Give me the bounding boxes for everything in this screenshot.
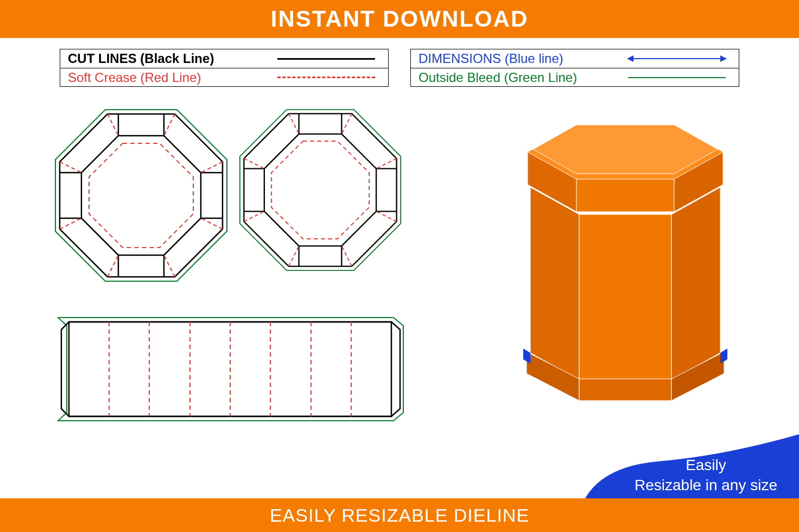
legend-dim-label: DIMENSIONS (Blue line)	[418, 51, 623, 66]
svg-line-32	[289, 113, 299, 134]
svg-line-18	[60, 218, 81, 229]
legend-crease: Soft Crease (Red Line)	[60, 68, 388, 86]
legend-cut-label: CUT LINES (Black Line)	[68, 51, 272, 66]
svg-line-13	[164, 114, 175, 136]
top-banner-title: INSTANT DOWNLOAD	[271, 6, 529, 32]
svg-line-39	[244, 159, 264, 169]
svg-marker-57	[579, 379, 671, 401]
dimension-arrow-sample	[623, 58, 731, 59]
svg-line-34	[376, 159, 397, 169]
svg-line-12	[107, 114, 118, 136]
svg-marker-22	[264, 134, 376, 246]
cut-line-sample	[272, 58, 381, 60]
dieline-octagon-top	[54, 109, 228, 282]
badge-line2: Resizable in any size	[635, 476, 777, 495]
legend: CUT LINES (Black Line) Soft Crease (Red …	[0, 38, 799, 92]
svg-line-35	[376, 211, 397, 221]
badge-line1: Easily	[635, 455, 777, 475]
svg-marker-51	[576, 179, 674, 212]
svg-line-33	[341, 113, 352, 134]
dieline-body-strip	[57, 307, 404, 432]
bottom-banner-title: EASILY RESIZABLE DIELINE	[270, 505, 529, 526]
svg-marker-23	[271, 141, 369, 239]
svg-line-37	[289, 246, 299, 267]
crease-line-sample	[272, 77, 381, 78]
svg-line-17	[107, 255, 118, 277]
svg-marker-1	[60, 114, 223, 277]
main-diagram-area: Easily Resizable in any size	[0, 92, 799, 505]
bleed-line-sample	[623, 77, 731, 78]
legend-bleed-label: Outside Bleed (Green Line)	[418, 70, 623, 85]
legend-left: CUT LINES (Black Line) Soft Crease (Red …	[60, 49, 389, 87]
legend-bleed: Outside Bleed (Green Line)	[411, 68, 739, 86]
svg-marker-3	[89, 143, 193, 248]
svg-marker-59	[523, 349, 530, 364]
svg-line-38	[244, 211, 264, 221]
legend-cut: CUT LINES (Black Line)	[60, 49, 388, 68]
svg-marker-55	[671, 187, 720, 380]
dieline-octagon-base	[239, 109, 402, 271]
top-banner: INSTANT DOWNLOAD	[0, 0, 799, 38]
svg-marker-54	[579, 214, 671, 380]
legend-dimensions: DIMENSIONS (Blue line)	[411, 49, 739, 68]
svg-line-15	[201, 218, 223, 229]
resizable-badge: Easily Resizable in any size	[517, 434, 799, 505]
bottom-banner: EASILY RESIZABLE DIELINE	[0, 498, 799, 532]
legend-crease-label: Soft Crease (Red Line)	[68, 70, 272, 85]
svg-line-16	[164, 255, 175, 277]
resizable-badge-text: Easily Resizable in any size	[635, 455, 777, 495]
svg-marker-2	[81, 136, 201, 255]
svg-line-19	[60, 162, 81, 173]
svg-marker-60	[720, 349, 727, 364]
svg-marker-53	[530, 187, 579, 380]
svg-line-36	[341, 246, 352, 267]
product-3d-preview	[500, 114, 750, 407]
svg-line-14	[201, 162, 223, 173]
svg-marker-21	[244, 113, 396, 266]
legend-right: DIMENSIONS (Blue line) Outside Bleed (Gr…	[410, 49, 739, 87]
